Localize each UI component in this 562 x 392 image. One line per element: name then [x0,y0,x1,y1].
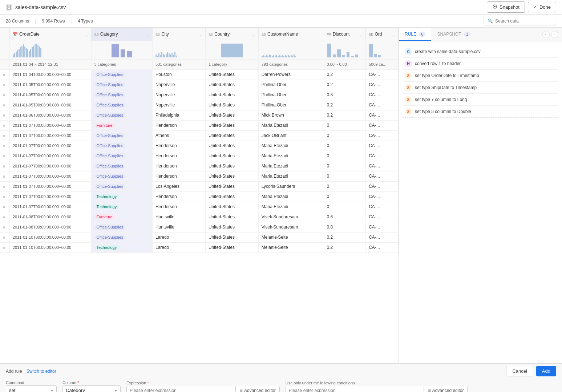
snapshot-icon [492,4,497,10]
rule-item: S set type 5 columns to Double [403,106,558,118]
cell-orderdate: 2011-01-05T00:00:00.000+00:00 [10,100,92,110]
col-header-country[interactable]: abCountry ⋮ [205,28,258,41]
cell-orderdate: 2011-01-10T00:00:00.000+00:00 [10,232,92,242]
tab-snapshot[interactable]: SNAPSHOT 1 [431,28,476,41]
cell-city: Henderson [152,191,205,202]
cell-orderdate: 2011-01-07T00:00:00.000+00:00 [10,181,92,191]
table-row: 2011-01-07T00:00:00.000+00:00FurnitureHe… [0,120,399,130]
cell-city: Huntsville [152,222,205,232]
done-label: Done [539,4,551,10]
data-area: 📅OrderDate ⋮ abCategory ⋮ [0,28,399,363]
svg-point-5 [494,6,496,7]
col-header-discount[interactable]: ##Discount ⋮ [324,28,366,41]
cell-city: Henderson [152,161,205,171]
cell-country: United·States [205,161,258,171]
col-menu-category[interactable]: ⋮ [146,32,149,36]
rule-badge: S [405,72,412,79]
main-content: 📅OrderDate ⋮ abCategory ⋮ [0,28,562,363]
cell-discount: 0 [324,202,366,212]
add-rule-section: Add rule Switch to editor [6,369,56,374]
cell-category: Office·Supplies [91,69,152,80]
rule-text: set type 7 columns to Long [415,97,467,102]
cell-customername: Darren·Powers [258,69,324,80]
expression-group: Expression ⊞ Advanced editor [126,381,280,392]
cell-customername: Maria·Etezadi [258,202,324,212]
col-header-category[interactable]: abCategory ⋮ [91,28,152,41]
panel-tabs-row: RULE 6 SNAPSHOT 1 ○ ○ [399,28,562,41]
cell-category: Office·Supplies [91,90,152,100]
done-button[interactable]: ✓ Done [528,2,556,12]
command-select[interactable]: set derive keep remove [6,385,57,392]
col-menu-customername[interactable]: ⋮ [317,32,321,36]
cell-customername: Phillina·Ober [258,80,324,90]
col-header-city[interactable]: abCity ⋮ [152,28,205,41]
search-input[interactable] [495,19,550,24]
advanced-editor-button[interactable]: ⊞ Advanced editor [235,386,280,392]
row-dot [3,84,5,86]
advanced-editor2-button[interactable]: ⊞ Advanced editor [424,386,468,392]
table-row: 2011-01-10T00:00:00.000+00:00TechnologyL… [0,242,399,252]
cell-customername: Maria·Etezadi [258,171,324,181]
search-box[interactable]: 🔍 [484,17,556,25]
expression-input[interactable] [126,386,235,392]
histogram-discount [327,43,363,57]
column-label: Column [62,380,121,385]
col-menu-city[interactable]: ⋮ [199,32,202,36]
cell-ord: CA-... [366,222,399,232]
col-menu-discount[interactable]: ⋮ [359,32,363,36]
col-header-ord[interactable]: abOrd ⋮ [366,28,399,41]
column-select-wrapper: Category OrderDate City Country ▼ [62,385,121,392]
table-scroll[interactable]: 📅OrderDate ⋮ abCategory ⋮ [0,28,399,363]
tab-rule[interactable]: RULE 6 [399,28,431,41]
cell-customername: Phillina·Ober [258,90,324,100]
cell-country: United·States [205,130,258,141]
add-button[interactable]: Add [536,366,556,376]
cell-category: Office·Supplies [91,232,152,242]
cell-category: Office·Supplies [91,161,152,171]
col-header-customername[interactable]: abCustomerName ⋮ [258,28,324,41]
cell-city: Naperville [152,90,205,100]
cell-city: Henderson [152,120,205,130]
cell-discount: 0.8 [324,222,366,232]
table-row: 2011-01-06T00:00:00.000+00:00Office·Supp… [0,110,399,120]
range-ord: 5009 ca... [366,59,399,69]
col-header-orderdate[interactable]: 📅OrderDate ⋮ [10,28,92,41]
col-menu-country[interactable]: ⋮ [252,32,255,36]
cancel-button[interactable]: Cancel [506,366,533,376]
cell-country: United·States [205,181,258,191]
column-select[interactable]: Category OrderDate City Country [62,385,121,392]
cell-ord: CA-... [366,90,399,100]
snapshot-label: Snapshot [500,4,519,10]
cell-ord: CA-... [366,130,399,141]
cell-country: United·States [205,80,258,90]
bottom-bar-actions: Cancel Add [506,366,556,376]
bottom-bar: Add rule Switch to editor Cancel Add Com… [0,363,562,392]
row-dot [3,226,5,229]
table-row: 2011-01-07T00:00:00.000+00:00Office·Supp… [0,161,399,171]
bottom-bar-top: Add rule Switch to editor Cancel Add [0,364,562,378]
histogram-city [155,43,202,57]
cell-ord: CA-... [366,100,399,110]
cell-city: Henderson [152,151,205,161]
col-menu-orderdate[interactable]: ⋮ [85,32,88,36]
cell-ord: CA-... [366,181,399,191]
cell-ord: CA-... [366,151,399,161]
cell-orderdate: 2011-01-07T00:00:00.000+00:00 [10,171,92,181]
snapshot-button[interactable]: Snapshot [487,1,525,13]
switch-editor-link[interactable]: Switch to editor [27,369,56,374]
range-orderdate: 2011-01-04 ~ 2014-12-31 [10,59,92,69]
col-menu-ord[interactable]: ⋮ [392,32,395,36]
cell-discount: 0.2 [324,100,366,110]
cell-discount: 0.2 [324,110,366,120]
table-row: 2011-01-07T00:00:00.000+00:00TechnologyH… [0,191,399,202]
panel-redo-btn[interactable]: ○ [551,31,558,38]
table-row: 2011-01-07T00:00:00.000+00:00Office·Supp… [0,181,399,191]
rule-badge: S [405,96,412,103]
cell-city: Naperville [152,80,205,90]
panel-undo-btn[interactable]: ○ [542,31,550,38]
table-row: 2011-01-05T00:00:00.000+00:00Office·Supp… [0,80,399,90]
conditions-input[interactable] [286,386,424,392]
cell-discount: 0.8 [324,90,366,100]
cell-customername: Lycoris·Saunders [258,181,324,191]
cell-orderdate: 2011-01-05T00:00:00.000+00:00 [10,90,92,100]
